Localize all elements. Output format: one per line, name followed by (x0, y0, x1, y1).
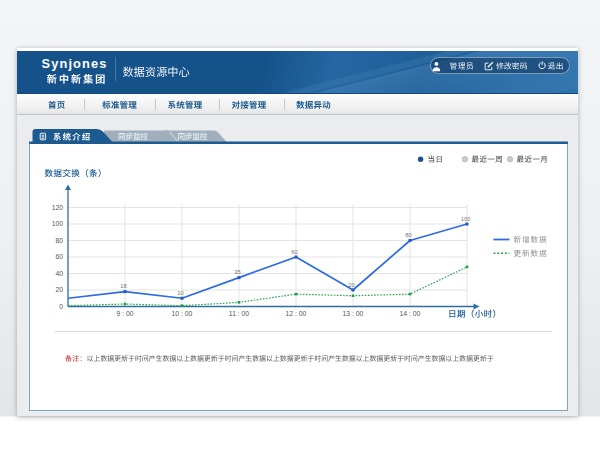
svg-text:80: 80 (405, 232, 411, 238)
svg-text:0: 0 (59, 303, 63, 310)
svg-text:11 : 00: 11 : 00 (229, 310, 250, 317)
svg-text:100: 100 (461, 216, 471, 222)
svg-text:12 : 00: 12 : 00 (286, 310, 307, 317)
svg-text:80: 80 (55, 237, 63, 244)
svg-text:10: 10 (177, 290, 183, 296)
svg-text:18: 18 (120, 283, 126, 289)
svg-text:Synjones: Synjones (42, 56, 108, 71)
svg-text:9 : 00: 9 : 00 (116, 310, 133, 317)
svg-text:40: 40 (55, 270, 63, 277)
svg-text:60: 60 (291, 249, 297, 255)
svg-text:35: 35 (234, 269, 240, 275)
svg-text:13 : 00: 13 : 00 (343, 310, 364, 317)
svg-text:120: 120 (52, 204, 64, 211)
svg-text:14 : 00: 14 : 00 (400, 310, 421, 317)
svg-text:20: 20 (348, 282, 354, 288)
svg-text:20: 20 (55, 286, 63, 293)
svg-text:10 : 00: 10 : 00 (172, 310, 193, 317)
svg-text:100: 100 (52, 220, 64, 227)
svg-text:60: 60 (55, 253, 63, 260)
